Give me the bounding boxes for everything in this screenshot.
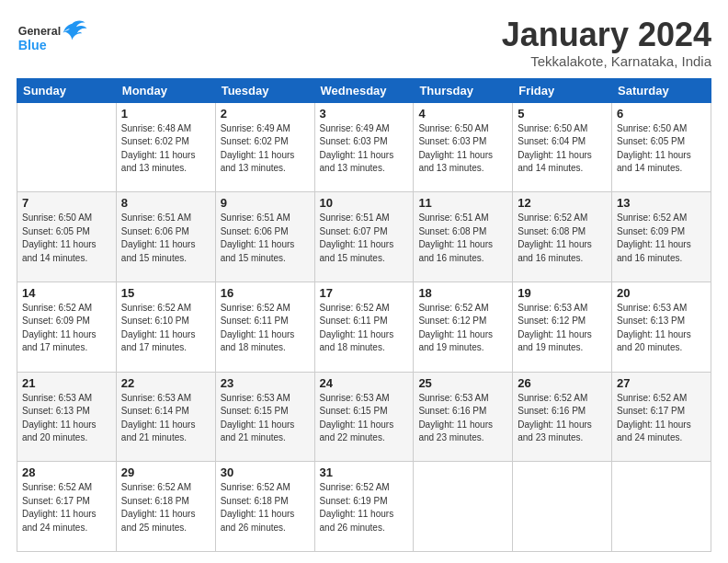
day-info: Sunrise: 6:52 AM Sunset: 6:19 PM Dayligh…	[320, 481, 409, 534]
calendar-cell: 19Sunrise: 6:53 AM Sunset: 6:12 PM Dayli…	[513, 282, 612, 372]
logo: General Blue	[17, 17, 90, 63]
calendar-cell	[612, 462, 711, 552]
calendar-week-row: 7Sunrise: 6:50 AM Sunset: 6:05 PM Daylig…	[17, 192, 711, 282]
day-number: 15	[121, 286, 210, 300]
day-info: Sunrise: 6:53 AM Sunset: 6:12 PM Dayligh…	[518, 302, 607, 355]
calendar-cell: 22Sunrise: 6:53 AM Sunset: 6:14 PM Dayli…	[116, 372, 215, 462]
weekday-header-thursday: Thursday	[414, 78, 513, 102]
day-info: Sunrise: 6:50 AM Sunset: 6:05 PM Dayligh…	[617, 122, 706, 176]
calendar-cell: 23Sunrise: 6:53 AM Sunset: 6:15 PM Dayli…	[215, 372, 314, 462]
day-info: Sunrise: 6:53 AM Sunset: 6:13 PM Dayligh…	[22, 392, 111, 445]
day-number: 30	[221, 465, 310, 479]
calendar-body: 1Sunrise: 6:48 AM Sunset: 6:02 PM Daylig…	[17, 102, 711, 551]
weekday-header-monday: Monday	[116, 78, 215, 102]
day-info: Sunrise: 6:53 AM Sunset: 6:13 PM Dayligh…	[617, 302, 706, 355]
day-number: 1	[121, 107, 210, 121]
calendar-cell: 20Sunrise: 6:53 AM Sunset: 6:13 PM Dayli…	[612, 282, 711, 372]
day-number: 17	[320, 286, 409, 300]
day-number: 10	[320, 196, 409, 210]
calendar-cell	[17, 102, 117, 192]
day-number: 6	[617, 107, 706, 121]
weekday-header-friday: Friday	[513, 78, 612, 102]
day-number: 31	[320, 465, 409, 479]
day-number: 16	[221, 286, 310, 300]
day-number: 7	[22, 196, 111, 210]
svg-text:Blue: Blue	[18, 38, 47, 52]
calendar-week-row: 21Sunrise: 6:53 AM Sunset: 6:13 PM Dayli…	[17, 372, 711, 462]
svg-text:General: General	[18, 25, 61, 38]
day-info: Sunrise: 6:52 AM Sunset: 6:09 PM Dayligh…	[22, 302, 111, 355]
day-number: 26	[518, 376, 607, 390]
header: General Blue January 2024 Tekkalakote, K…	[17, 17, 711, 69]
location-title: Tekkalakote, Karnataka, India	[502, 53, 711, 69]
day-number: 27	[617, 376, 706, 390]
page: General Blue January 2024 Tekkalakote, K…	[0, 0, 728, 563]
calendar-cell: 28Sunrise: 6:52 AM Sunset: 6:17 PM Dayli…	[17, 462, 117, 552]
day-info: Sunrise: 6:53 AM Sunset: 6:15 PM Dayligh…	[320, 392, 409, 445]
day-info: Sunrise: 6:51 AM Sunset: 6:06 PM Dayligh…	[221, 212, 310, 265]
day-info: Sunrise: 6:50 AM Sunset: 6:03 PM Dayligh…	[418, 122, 507, 176]
calendar-table: SundayMondayTuesdayWednesdayThursdayFrid…	[17, 78, 711, 552]
weekday-header-sunday: Sunday	[17, 78, 117, 102]
calendar-cell: 8Sunrise: 6:51 AM Sunset: 6:06 PM Daylig…	[116, 192, 215, 282]
day-info: Sunrise: 6:52 AM Sunset: 6:18 PM Dayligh…	[221, 481, 310, 534]
calendar-cell: 24Sunrise: 6:53 AM Sunset: 6:15 PM Dayli…	[314, 372, 414, 462]
day-number: 9	[221, 196, 310, 210]
day-info: Sunrise: 6:51 AM Sunset: 6:08 PM Dayligh…	[418, 212, 507, 265]
day-info: Sunrise: 6:52 AM Sunset: 6:11 PM Dayligh…	[221, 302, 310, 355]
calendar-cell: 6Sunrise: 6:50 AM Sunset: 6:05 PM Daylig…	[612, 102, 711, 192]
calendar-week-row: 1Sunrise: 6:48 AM Sunset: 6:02 PM Daylig…	[17, 102, 711, 192]
calendar-cell: 7Sunrise: 6:50 AM Sunset: 6:05 PM Daylig…	[17, 192, 117, 282]
calendar-cell	[513, 462, 612, 552]
calendar-cell: 15Sunrise: 6:52 AM Sunset: 6:10 PM Dayli…	[116, 282, 215, 372]
calendar-cell: 27Sunrise: 6:52 AM Sunset: 6:17 PM Dayli…	[612, 372, 711, 462]
day-number: 18	[418, 286, 507, 300]
calendar-cell: 21Sunrise: 6:53 AM Sunset: 6:13 PM Dayli…	[17, 372, 117, 462]
day-info: Sunrise: 6:50 AM Sunset: 6:05 PM Dayligh…	[22, 212, 111, 265]
month-title: January 2024	[502, 17, 711, 53]
calendar-cell: 14Sunrise: 6:52 AM Sunset: 6:09 PM Dayli…	[17, 282, 117, 372]
calendar-cell: 12Sunrise: 6:52 AM Sunset: 6:08 PM Dayli…	[513, 192, 612, 282]
calendar-week-row: 14Sunrise: 6:52 AM Sunset: 6:09 PM Dayli…	[17, 282, 711, 372]
day-number: 23	[221, 376, 310, 390]
day-number: 20	[617, 286, 706, 300]
calendar-cell: 29Sunrise: 6:52 AM Sunset: 6:18 PM Dayli…	[116, 462, 215, 552]
day-info: Sunrise: 6:50 AM Sunset: 6:04 PM Dayligh…	[518, 122, 607, 176]
day-number: 28	[22, 465, 111, 479]
day-info: Sunrise: 6:53 AM Sunset: 6:15 PM Dayligh…	[221, 392, 310, 445]
calendar-cell: 30Sunrise: 6:52 AM Sunset: 6:18 PM Dayli…	[215, 462, 314, 552]
day-info: Sunrise: 6:53 AM Sunset: 6:14 PM Dayligh…	[121, 392, 210, 445]
calendar-cell: 17Sunrise: 6:52 AM Sunset: 6:11 PM Dayli…	[314, 282, 414, 372]
day-info: Sunrise: 6:52 AM Sunset: 6:11 PM Dayligh…	[320, 302, 409, 355]
weekday-header-tuesday: Tuesday	[215, 78, 314, 102]
calendar-cell: 31Sunrise: 6:52 AM Sunset: 6:19 PM Dayli…	[314, 462, 414, 552]
day-number: 25	[418, 376, 507, 390]
calendar-cell: 5Sunrise: 6:50 AM Sunset: 6:04 PM Daylig…	[513, 102, 612, 192]
day-number: 5	[518, 107, 607, 121]
day-info: Sunrise: 6:52 AM Sunset: 6:16 PM Dayligh…	[518, 392, 607, 445]
calendar-cell: 10Sunrise: 6:51 AM Sunset: 6:07 PM Dayli…	[314, 192, 414, 282]
day-info: Sunrise: 6:49 AM Sunset: 6:02 PM Dayligh…	[221, 122, 310, 176]
day-info: Sunrise: 6:52 AM Sunset: 6:10 PM Dayligh…	[121, 302, 210, 355]
day-number: 21	[22, 376, 111, 390]
calendar-cell: 4Sunrise: 6:50 AM Sunset: 6:03 PM Daylig…	[414, 102, 513, 192]
calendar-cell: 16Sunrise: 6:52 AM Sunset: 6:11 PM Dayli…	[215, 282, 314, 372]
calendar-cell: 26Sunrise: 6:52 AM Sunset: 6:16 PM Dayli…	[513, 372, 612, 462]
day-info: Sunrise: 6:52 AM Sunset: 6:12 PM Dayligh…	[418, 302, 507, 355]
day-number: 4	[418, 107, 507, 121]
calendar-cell: 25Sunrise: 6:53 AM Sunset: 6:16 PM Dayli…	[414, 372, 513, 462]
day-number: 12	[518, 196, 607, 210]
weekday-header-wednesday: Wednesday	[314, 78, 414, 102]
calendar-cell	[414, 462, 513, 552]
day-info: Sunrise: 6:51 AM Sunset: 6:07 PM Dayligh…	[320, 212, 409, 265]
day-info: Sunrise: 6:49 AM Sunset: 6:03 PM Dayligh…	[320, 122, 409, 176]
day-number: 29	[121, 465, 210, 479]
day-number: 14	[22, 286, 111, 300]
day-info: Sunrise: 6:52 AM Sunset: 6:09 PM Dayligh…	[617, 212, 706, 265]
day-number: 8	[121, 196, 210, 210]
day-info: Sunrise: 6:52 AM Sunset: 6:18 PM Dayligh…	[121, 481, 210, 534]
calendar-cell: 13Sunrise: 6:52 AM Sunset: 6:09 PM Dayli…	[612, 192, 711, 282]
day-info: Sunrise: 6:52 AM Sunset: 6:08 PM Dayligh…	[518, 212, 607, 265]
calendar-cell: 11Sunrise: 6:51 AM Sunset: 6:08 PM Dayli…	[414, 192, 513, 282]
day-info: Sunrise: 6:53 AM Sunset: 6:16 PM Dayligh…	[418, 392, 507, 445]
